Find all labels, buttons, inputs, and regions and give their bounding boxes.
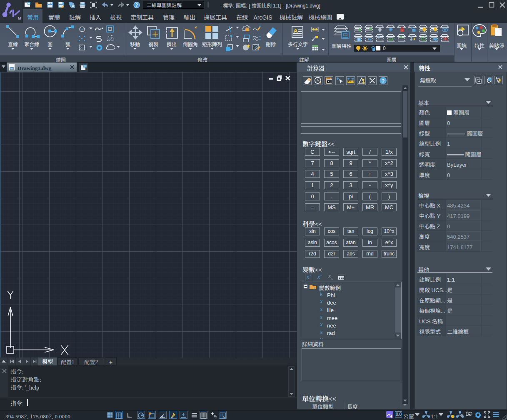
svg-text:x: x <box>313 285 315 290</box>
svg-text:?: ? <box>135 3 138 8</box>
svg-text:?: ? <box>382 78 385 84</box>
svg-text:DWG: DWG <box>9 67 15 70</box>
svg-text:0: 0 <box>383 45 386 51</box>
svg-text:M: M <box>18 16 21 20</box>
